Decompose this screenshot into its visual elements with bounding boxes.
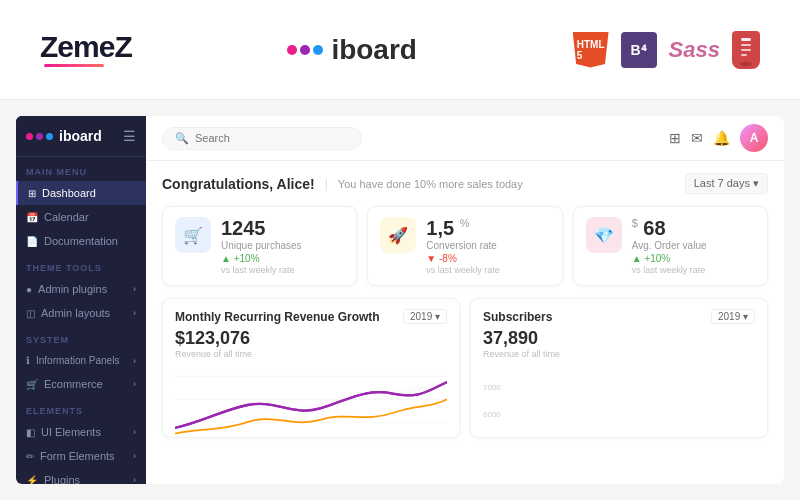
sidebar-item-calendar[interactable]: 📅 Calendar	[16, 205, 146, 229]
dashboard-wrapper: iboard ☰ MAIN MENU ⊞ Dashboard 📅 Calenda…	[0, 100, 800, 500]
sidebar-item-form-elements[interactable]: ✏ Form Elements ›	[16, 444, 146, 468]
stat-value-order: $ 68	[632, 217, 707, 239]
chart-value-subscribers: 37,890	[483, 328, 755, 349]
stat-icon-purchases: 🛒	[175, 217, 211, 253]
sidebar-item-admin-layouts[interactable]: ◫ Admin layouts ›	[16, 301, 146, 325]
chart-header-subscribers: Subscribers 2019 ▾	[483, 309, 755, 324]
chart-area-subscribers: 7000 6000 5000	[483, 365, 755, 438]
stat-info-purchases: 1245 Unique purchases ▲ +10% vs last wee…	[221, 217, 302, 275]
chart-card-revenue: Monthly Recurring Revenue Growth 2019 ▾ …	[162, 298, 460, 438]
sidebar-section-main-menu: MAIN MENU	[16, 157, 146, 181]
sidebar-item-documentation[interactable]: 📄 Documentation	[16, 229, 146, 253]
stat-card-order-value: 💎 $ 68 Avg. Order value ▲ +10% vs last w…	[573, 206, 768, 286]
chart-area-revenue	[175, 365, 447, 438]
chart-sub-subscribers: Revenue of all time	[483, 349, 755, 359]
stat-cards: 🛒 1245 Unique purchases ▲ +10% vs last w…	[162, 206, 768, 286]
dot-blue	[313, 45, 323, 55]
bar-y-labels: 7000 6000 5000	[483, 383, 501, 438]
ecommerce-icon: 🛒	[26, 379, 38, 390]
stat-vs-conversion: vs last weekly rate	[426, 265, 500, 275]
topbar-right: ⊞ ✉ 🔔 A	[669, 124, 768, 152]
svg-point-5	[740, 62, 752, 66]
stat-vs-purchases: vs last weekly rate	[221, 265, 302, 275]
sidebar-dot-purple	[36, 133, 43, 140]
svg-rect-2	[741, 44, 751, 46]
search-bar[interactable]: 🔍	[162, 127, 362, 150]
layouts-icon: ◫	[26, 308, 35, 319]
zemes-logo: ZemeZ	[40, 32, 132, 62]
html5-icon: HTML5	[573, 32, 609, 68]
welcome-text: Congratulations, Alice! | You have done …	[162, 176, 523, 192]
top-banner: ZemeZ iboard HTML5 B⁴ Sass	[0, 0, 800, 100]
sidebar-item-ecommerce[interactable]: 🛒 Ecommerce ›	[16, 372, 146, 396]
search-input[interactable]	[195, 132, 349, 144]
chart-year-revenue[interactable]: 2019 ▾	[403, 309, 447, 324]
grid-icon[interactable]: ⊞	[669, 130, 681, 146]
sidebar-item-dashboard[interactable]: ⊞ Dashboard	[16, 181, 146, 205]
sidebar: iboard ☰ MAIN MENU ⊞ Dashboard 📅 Calenda…	[16, 116, 146, 484]
sidebar-label-documentation: Documentation	[44, 235, 118, 247]
sidebar-logo-text: iboard	[59, 128, 102, 144]
stat-info-conversion: 1,5 % Conversion rate ▼ -8% vs last week…	[426, 217, 500, 275]
sidebar-item-ui-elements[interactable]: ◧ UI Elements ›	[16, 420, 146, 444]
sidebar-section-system: SYSTEM	[16, 325, 146, 349]
dot-purple	[300, 45, 310, 55]
zemes-underline	[44, 64, 104, 67]
sidebar-item-plugins[interactable]: ⚡ Plugins ›	[16, 468, 146, 484]
sidebar-dot-blue	[46, 133, 53, 140]
sidebar-dot-pink	[26, 133, 33, 140]
bootstrap-icon: B⁴	[621, 32, 657, 68]
arrow-icon: ›	[133, 284, 136, 294]
stat-change-conversion: ▼ -8%	[426, 253, 500, 264]
sidebar-item-admin-plugins[interactable]: ● Admin plugins ›	[16, 277, 146, 301]
documentation-icon: 📄	[26, 236, 38, 247]
mail-icon[interactable]: ✉	[691, 130, 703, 146]
dash-content: Congratulations, Alice! | You have done …	[146, 161, 784, 484]
stat-label-order: Avg. Order value	[632, 240, 707, 251]
form-icon: ✏	[26, 451, 34, 462]
sidebar-label-admin-layouts: Admin layouts	[41, 307, 110, 319]
chart-title-subscribers: Subscribers	[483, 310, 552, 324]
stat-value-purchases: 1245	[221, 217, 302, 239]
stat-change-order: ▲ +10%	[632, 253, 707, 264]
arrow-icon-2: ›	[133, 308, 136, 318]
sidebar-section-elements: ELEMENTS	[16, 396, 146, 420]
sidebar-menu-icon[interactable]: ☰	[123, 128, 136, 144]
topbar: 🔍 ⊞ ✉ 🔔 A	[146, 116, 784, 161]
charts-row: Monthly Recurring Revenue Growth 2019 ▾ …	[162, 298, 768, 438]
bell-icon[interactable]: 🔔	[713, 130, 730, 146]
date-filter[interactable]: Last 7 days ▾	[685, 173, 768, 194]
plug-icon: ⚡	[26, 475, 38, 485]
sidebar-label-info-panels: Information Panels	[36, 355, 119, 366]
stat-info-order: $ 68 Avg. Order value ▲ +10% vs last wee…	[632, 217, 707, 275]
iboard-dots	[287, 45, 323, 55]
stat-icon-order: 💎	[586, 217, 622, 253]
stat-change-purchases: ▲ +10%	[221, 253, 302, 264]
search-icon: 🔍	[175, 132, 189, 145]
welcome-name: Congratulations, Alice!	[162, 176, 315, 192]
bar-chart-subscribers	[505, 375, 538, 438]
welcome-row: Congratulations, Alice! | You have done …	[162, 173, 768, 194]
sidebar-item-info-panels[interactable]: ℹ Information Panels ›	[16, 349, 146, 372]
svg-rect-3	[741, 49, 751, 51]
dot-pink	[287, 45, 297, 55]
dashboard-icon: ⊞	[28, 188, 36, 199]
sidebar-iboard-dots	[26, 133, 53, 140]
welcome-sub: You have done 10% more sales today	[338, 178, 523, 190]
chart-title-revenue: Monthly Recurring Revenue Growth	[175, 310, 380, 324]
arrow-icon-7: ›	[133, 475, 136, 484]
gulp-icon	[732, 31, 760, 69]
avatar[interactable]: A	[740, 124, 768, 152]
stat-value-conversion: 1,5 %	[426, 217, 500, 239]
stat-vs-order: vs last weekly rate	[632, 265, 707, 275]
arrow-icon-4: ›	[133, 379, 136, 389]
arrow-icon-6: ›	[133, 451, 136, 461]
zemes-logo-wrap: ZemeZ	[40, 32, 132, 67]
sidebar-header: iboard ☰	[16, 116, 146, 157]
sass-icon: Sass	[669, 37, 720, 63]
chart-year-subscribers[interactable]: 2019 ▾	[711, 309, 755, 324]
sidebar-label-calendar: Calendar	[44, 211, 89, 223]
plugins-icon: ●	[26, 284, 32, 295]
svg-rect-4	[741, 54, 747, 56]
arrow-icon-3: ›	[133, 356, 136, 366]
